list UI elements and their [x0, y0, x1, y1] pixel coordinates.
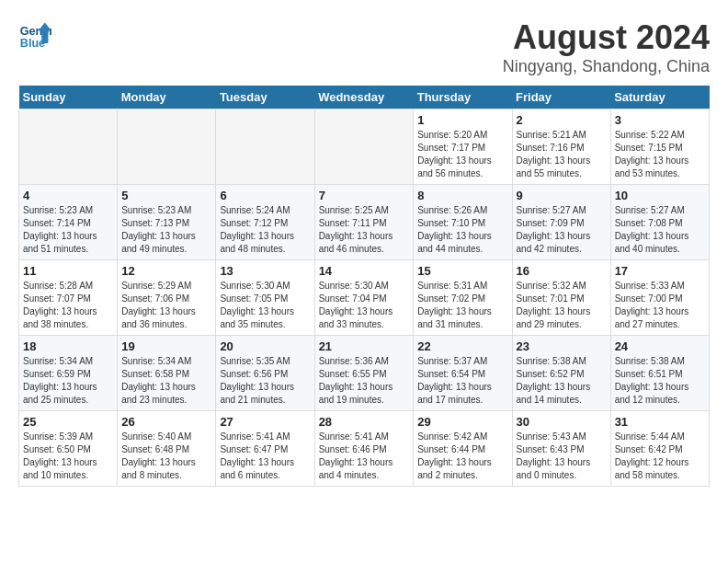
- calendar-cell: 10Sunrise: 5:27 AM Sunset: 7:08 PM Dayli…: [610, 185, 709, 260]
- day-info: Sunrise: 5:39 AM Sunset: 6:50 PM Dayligh…: [23, 431, 113, 482]
- day-number: 2: [517, 113, 607, 127]
- day-info: Sunrise: 5:41 AM Sunset: 6:46 PM Dayligh…: [319, 431, 410, 482]
- day-of-week-friday: Friday: [512, 86, 610, 109]
- calendar-cell: 18Sunrise: 5:34 AM Sunset: 6:59 PM Dayli…: [19, 336, 118, 411]
- day-info: Sunrise: 5:25 AM Sunset: 7:11 PM Dayligh…: [319, 204, 410, 256]
- day-number: 11: [23, 264, 113, 278]
- day-info: Sunrise: 5:29 AM Sunset: 7:06 PM Dayligh…: [121, 280, 211, 331]
- calendar-cell: 4Sunrise: 5:23 AM Sunset: 7:14 PM Daylig…: [19, 185, 118, 260]
- day-number: 21: [319, 339, 410, 353]
- calendar-cell: 5Sunrise: 5:23 AM Sunset: 7:13 PM Daylig…: [118, 185, 216, 260]
- day-info: Sunrise: 5:23 AM Sunset: 7:14 PM Dayligh…: [23, 204, 113, 256]
- calendar-cell: 16Sunrise: 5:32 AM Sunset: 7:01 PM Dayli…: [512, 260, 610, 336]
- day-info: Sunrise: 5:42 AM Sunset: 6:44 PM Dayligh…: [417, 431, 507, 482]
- calendar-cell: 30Sunrise: 5:43 AM Sunset: 6:43 PM Dayli…: [512, 411, 610, 487]
- calendar-cell: 22Sunrise: 5:37 AM Sunset: 6:54 PM Dayli…: [414, 336, 512, 411]
- title-block: August 2024 Ningyang, Shandong, China: [503, 18, 710, 76]
- day-of-week-monday: Monday: [118, 86, 216, 109]
- calendar-cell: 19Sunrise: 5:34 AM Sunset: 6:58 PM Dayli…: [118, 336, 216, 411]
- day-info: Sunrise: 5:37 AM Sunset: 6:54 PM Dayligh…: [417, 355, 507, 407]
- calendar-cell: 15Sunrise: 5:31 AM Sunset: 7:02 PM Dayli…: [414, 260, 512, 336]
- calendar-cell: 2Sunrise: 5:21 AM Sunset: 7:16 PM Daylig…: [512, 109, 610, 185]
- calendar-cell: 29Sunrise: 5:42 AM Sunset: 6:44 PM Dayli…: [414, 411, 512, 487]
- calendar-week-2: 4Sunrise: 5:23 AM Sunset: 7:14 PM Daylig…: [19, 185, 710, 260]
- day-info: Sunrise: 5:27 AM Sunset: 7:08 PM Dayligh…: [615, 204, 705, 256]
- subtitle: Ningyang, Shandong, China: [503, 57, 710, 76]
- day-info: Sunrise: 5:28 AM Sunset: 7:07 PM Dayligh…: [23, 280, 113, 331]
- calendar-cell: 27Sunrise: 5:41 AM Sunset: 6:47 PM Dayli…: [216, 411, 314, 487]
- calendar-week-1: 1Sunrise: 5:20 AM Sunset: 7:17 PM Daylig…: [19, 109, 710, 185]
- day-info: Sunrise: 5:38 AM Sunset: 6:52 PM Dayligh…: [517, 355, 607, 407]
- day-number: 10: [615, 189, 705, 202]
- day-number: 7: [319, 189, 410, 202]
- calendar-cell: 17Sunrise: 5:33 AM Sunset: 7:00 PM Dayli…: [610, 260, 709, 336]
- calendar-table: SundayMondayTuesdayWednesdayThursdayFrid…: [18, 86, 710, 487]
- day-number: 22: [417, 339, 507, 353]
- day-number: 1: [417, 113, 507, 127]
- calendar-cell: 28Sunrise: 5:41 AM Sunset: 6:46 PM Dayli…: [314, 411, 414, 487]
- calendar-cell: 21Sunrise: 5:36 AM Sunset: 6:55 PM Dayli…: [314, 336, 414, 411]
- day-number: 20: [220, 339, 310, 353]
- calendar-cell: 31Sunrise: 5:44 AM Sunset: 6:42 PM Dayli…: [610, 411, 709, 487]
- day-number: 18: [23, 339, 113, 353]
- day-info: Sunrise: 5:34 AM Sunset: 6:58 PM Dayligh…: [121, 355, 211, 407]
- day-info: Sunrise: 5:36 AM Sunset: 6:55 PM Dayligh…: [319, 355, 410, 407]
- day-number: 4: [23, 189, 113, 202]
- calendar-cell: [216, 109, 314, 185]
- day-info: Sunrise: 5:43 AM Sunset: 6:43 PM Dayligh…: [517, 431, 607, 482]
- calendar-cell: 12Sunrise: 5:29 AM Sunset: 7:06 PM Dayli…: [118, 260, 216, 336]
- calendar-cell: 7Sunrise: 5:25 AM Sunset: 7:11 PM Daylig…: [314, 185, 414, 260]
- main-title: August 2024: [503, 18, 710, 57]
- day-info: Sunrise: 5:44 AM Sunset: 6:42 PM Dayligh…: [615, 431, 705, 482]
- day-info: Sunrise: 5:30 AM Sunset: 7:04 PM Dayligh…: [319, 280, 410, 331]
- calendar-cell: 26Sunrise: 5:40 AM Sunset: 6:48 PM Dayli…: [118, 411, 216, 487]
- calendar-cell: 8Sunrise: 5:26 AM Sunset: 7:10 PM Daylig…: [414, 185, 512, 260]
- day-number: 30: [517, 415, 607, 429]
- day-number: 27: [220, 415, 310, 429]
- day-number: 25: [23, 415, 113, 429]
- day-info: Sunrise: 5:40 AM Sunset: 6:48 PM Dayligh…: [121, 431, 211, 482]
- calendar-week-3: 11Sunrise: 5:28 AM Sunset: 7:07 PM Dayli…: [19, 260, 710, 336]
- day-number: 24: [615, 339, 705, 353]
- calendar-cell: 3Sunrise: 5:22 AM Sunset: 7:15 PM Daylig…: [610, 109, 709, 185]
- calendar-cell: 1Sunrise: 5:20 AM Sunset: 7:17 PM Daylig…: [414, 109, 512, 185]
- calendar-cell: 24Sunrise: 5:38 AM Sunset: 6:51 PM Dayli…: [610, 336, 709, 411]
- day-info: Sunrise: 5:24 AM Sunset: 7:12 PM Dayligh…: [220, 204, 310, 256]
- calendar-cell: 20Sunrise: 5:35 AM Sunset: 6:56 PM Dayli…: [216, 336, 314, 411]
- calendar-cell: 13Sunrise: 5:30 AM Sunset: 7:05 PM Dayli…: [216, 260, 314, 336]
- calendar-cell: [118, 109, 216, 185]
- day-of-week-thursday: Thursday: [414, 86, 512, 109]
- day-number: 6: [220, 189, 310, 202]
- day-number: 19: [121, 339, 211, 353]
- calendar-cell: [314, 109, 414, 185]
- logo: General Blue: [18, 18, 51, 52]
- calendar-week-5: 25Sunrise: 5:39 AM Sunset: 6:50 PM Dayli…: [19, 411, 710, 487]
- day-info: Sunrise: 5:22 AM Sunset: 7:15 PM Dayligh…: [615, 129, 705, 180]
- day-number: 23: [517, 339, 607, 353]
- day-info: Sunrise: 5:35 AM Sunset: 6:56 PM Dayligh…: [220, 355, 310, 407]
- day-of-week-saturday: Saturday: [610, 86, 709, 109]
- day-info: Sunrise: 5:33 AM Sunset: 7:00 PM Dayligh…: [615, 280, 705, 331]
- day-number: 28: [319, 415, 410, 429]
- day-number: 29: [417, 415, 507, 429]
- day-info: Sunrise: 5:34 AM Sunset: 6:59 PM Dayligh…: [23, 355, 113, 407]
- day-info: Sunrise: 5:31 AM Sunset: 7:02 PM Dayligh…: [417, 280, 507, 331]
- calendar-cell: 25Sunrise: 5:39 AM Sunset: 6:50 PM Dayli…: [19, 411, 118, 487]
- day-number: 12: [121, 264, 211, 278]
- day-info: Sunrise: 5:21 AM Sunset: 7:16 PM Dayligh…: [517, 129, 607, 180]
- day-number: 13: [220, 264, 310, 278]
- day-info: Sunrise: 5:30 AM Sunset: 7:05 PM Dayligh…: [220, 280, 310, 331]
- day-number: 15: [417, 264, 507, 278]
- calendar-cell: 14Sunrise: 5:30 AM Sunset: 7:04 PM Dayli…: [314, 260, 414, 336]
- calendar-cell: 11Sunrise: 5:28 AM Sunset: 7:07 PM Dayli…: [19, 260, 118, 336]
- day-number: 16: [517, 264, 607, 278]
- day-number: 26: [121, 415, 211, 429]
- day-of-week-tuesday: Tuesday: [216, 86, 314, 109]
- day-info: Sunrise: 5:32 AM Sunset: 7:01 PM Dayligh…: [517, 280, 607, 331]
- day-number: 8: [417, 189, 507, 202]
- calendar-week-4: 18Sunrise: 5:34 AM Sunset: 6:59 PM Dayli…: [19, 336, 710, 411]
- day-of-week-wednesday: Wednesday: [314, 86, 414, 109]
- day-info: Sunrise: 5:23 AM Sunset: 7:13 PM Dayligh…: [121, 204, 211, 256]
- day-info: Sunrise: 5:38 AM Sunset: 6:51 PM Dayligh…: [615, 355, 705, 407]
- day-number: 3: [615, 113, 705, 127]
